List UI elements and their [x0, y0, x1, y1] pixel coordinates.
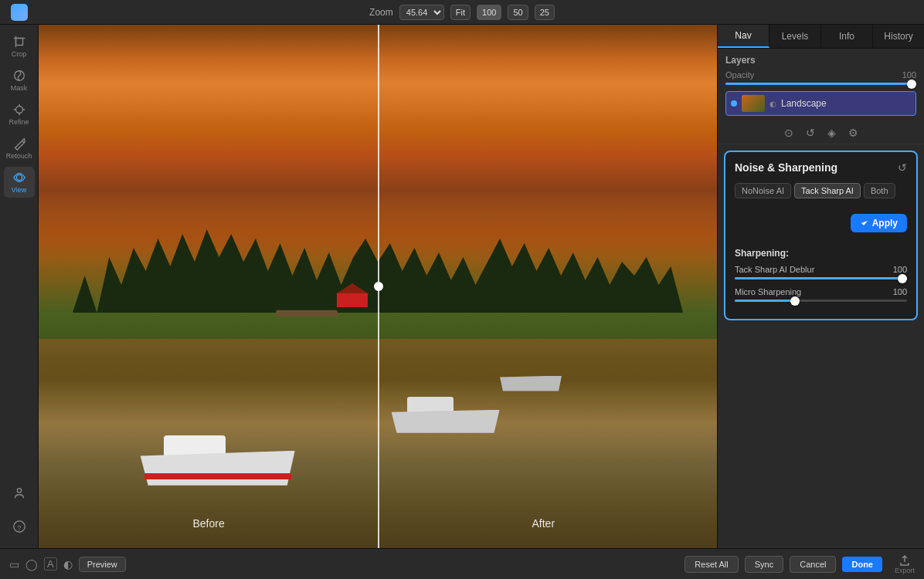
left-sidebar: Crop Mask Refine Retouch [0, 25, 39, 548]
ai-tab-tacksharp[interactable]: Tack Sharp AI [794, 183, 861, 198]
boat3-hull [500, 376, 562, 391]
layer-action-adjust-icon[interactable]: ◈ [827, 127, 836, 139]
layer-action-mask-icon[interactable]: ⊙ [784, 127, 793, 139]
micro-sharpening-slider[interactable] [735, 300, 907, 302]
before-label: Before [193, 517, 225, 530]
svg-point-5 [16, 174, 22, 180]
layer-thumbnail [742, 95, 765, 112]
preview-button[interactable]: Preview [79, 557, 126, 572]
svg-text:?: ? [17, 524, 21, 532]
sidebar-item-refine[interactable]: Refine [4, 99, 35, 130]
sharpening-label: Sharpening: [735, 248, 907, 259]
sidebar-item-view[interactable]: View [4, 167, 35, 198]
noise-panel-title: Noise & Sharpening [735, 161, 837, 174]
sidebar-retouch-label: Retouch [6, 152, 32, 160]
sidebar-item-retouch[interactable]: Retouch [4, 133, 35, 164]
tack-sharp-deblur-name: Tack Sharp AI Deblur [735, 265, 814, 274]
sidebar-refine-label: Refine [8, 118, 29, 126]
zoom-select[interactable]: 45.64 [399, 5, 444, 20]
micro-sharpening-thumb[interactable] [790, 296, 800, 306]
boat1 [141, 393, 295, 486]
zoom-100-button[interactable]: 100 [477, 5, 501, 20]
top-toolbar: Zoom 45.64 Fit 100 50 25 [0, 0, 924, 25]
opacity-slider-thumb[interactable] [907, 80, 916, 89]
micro-sharpening-value: 100 [893, 287, 907, 296]
bottom-bar: ▭ ◯ A ◐ Preview Reset All Sync Cancel Do… [0, 548, 924, 579]
svg-point-6 [17, 489, 21, 493]
layers-title: Layers [725, 55, 916, 66]
tack-sharp-deblur-slider[interactable] [735, 277, 907, 279]
bottom-yin-icon[interactable]: ◐ [63, 558, 73, 571]
boat2 [392, 371, 500, 433]
micro-sharpening-row: Micro Sharpening 100 [735, 287, 907, 302]
app-icon [11, 4, 28, 21]
ai-tab-both[interactable]: Both [864, 183, 895, 198]
layer-action-settings-icon[interactable]: ⚙ [848, 127, 858, 139]
house-body [337, 293, 368, 307]
boat1-hull [141, 451, 295, 486]
opacity-slider-track[interactable] [725, 83, 916, 85]
tab-levels[interactable]: Levels [769, 25, 821, 48]
bottom-left: ▭ ◯ A ◐ Preview [9, 557, 126, 572]
bottom-a-icon[interactable]: A [44, 557, 57, 571]
layer-item-landscape[interactable]: ◐ Landscape [725, 91, 916, 116]
noise-panel-header: Noise & Sharpening ↺ [735, 161, 907, 174]
tack-sharp-deblur-value: 100 [893, 265, 907, 274]
boat2-hull [392, 410, 500, 433]
boat1-stripe [144, 473, 291, 479]
bottom-rect-icon[interactable]: ▭ [9, 558, 19, 571]
micro-sharpening-header: Micro Sharpening 100 [735, 287, 907, 296]
tab-nav[interactable]: Nav [718, 25, 769, 48]
svg-point-4 [15, 107, 22, 113]
export-icon [899, 554, 911, 567]
house-roof [335, 283, 369, 294]
tab-info[interactable]: Info [821, 25, 873, 48]
split-handle[interactable] [374, 282, 383, 291]
noise-sharpening-panel: Noise & Sharpening ↺ NoNoise AI Tack Sha… [724, 151, 918, 320]
apply-button[interactable]: Apply [851, 214, 907, 232]
apply-icon [860, 218, 869, 228]
bottom-right: Reset All Sync Cancel Done Export [685, 554, 915, 574]
opacity-label: Opacity [725, 70, 754, 80]
boat3 [500, 353, 562, 391]
layer-name: Landscape [781, 98, 911, 109]
tack-sharp-deblur-fill [735, 277, 907, 279]
tack-sharp-deblur-header: Tack Sharp AI Deblur 100 [735, 265, 907, 274]
bottom-circle-icon[interactable]: ◯ [25, 558, 38, 571]
ai-tab-nonoise[interactable]: NoNoise AI [735, 183, 791, 198]
tack-sharp-deblur-thumb[interactable] [898, 274, 907, 283]
sidebar-view-label: View [12, 186, 26, 194]
done-button[interactable]: Done [842, 557, 882, 572]
svg-rect-0 [15, 39, 22, 46]
tack-sharp-deblur-row: Tack Sharp AI Deblur 100 [735, 265, 907, 279]
sync-button[interactable]: Sync [745, 556, 783, 573]
layers-section: Layers Opacity 100 ◐ Landscape [718, 49, 924, 122]
house [337, 284, 368, 307]
dock [275, 310, 338, 317]
split-line[interactable] [378, 25, 379, 548]
micro-sharpening-name: Micro Sharpening [735, 287, 801, 296]
cancel-button[interactable]: Cancel [790, 556, 836, 573]
right-panel: Nav Levels Info History Layers Opacity 1… [717, 25, 924, 548]
sidebar-item-crop[interactable]: Crop [4, 31, 35, 62]
ai-apply-row: NoNoise AI Tack Sharp AI Both [735, 183, 907, 206]
ai-mode-tabs: NoNoise AI Tack Sharp AI Both [735, 183, 895, 198]
fit-button[interactable]: Fit [450, 5, 470, 20]
export-button[interactable]: Export [895, 554, 915, 574]
reset-panel-icon[interactable]: ↺ [898, 161, 907, 174]
zoom-50-button[interactable]: 50 [508, 5, 528, 20]
sidebar-mask-label: Mask [11, 84, 28, 92]
layer-actions: ⊙ ↺ ◈ ⚙ [718, 122, 924, 144]
opacity-value: 100 [902, 70, 916, 80]
opacity-slider-fill [725, 83, 916, 85]
layer-action-group-icon[interactable]: ↺ [806, 127, 815, 139]
zoom-label: Zoom [369, 7, 393, 18]
after-label: After [532, 517, 555, 530]
reset-all-button[interactable]: Reset All [685, 556, 738, 573]
sidebar-item-mask[interactable]: Mask [4, 65, 35, 96]
sidebar-item-help[interactable]: ? [4, 511, 35, 542]
zoom-25-button[interactable]: 25 [535, 5, 555, 20]
tab-history[interactable]: History [873, 25, 924, 48]
sidebar-crop-label: Crop [12, 50, 27, 58]
sidebar-item-person[interactable] [4, 477, 35, 508]
